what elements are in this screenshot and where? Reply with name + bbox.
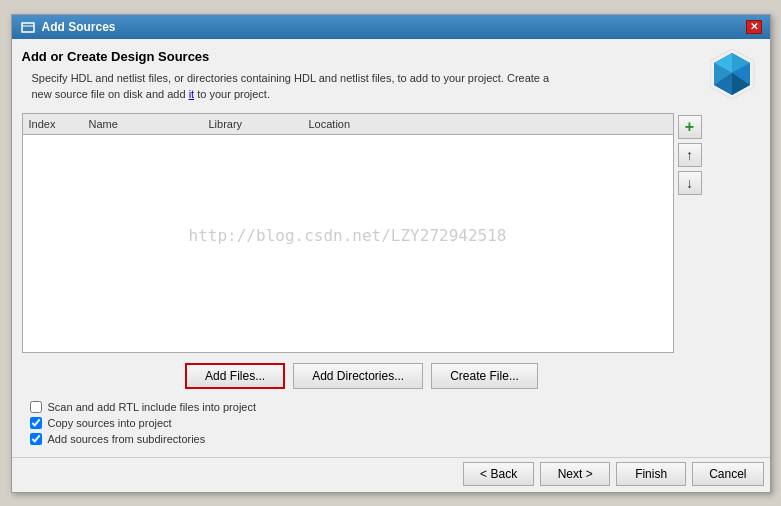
scan-rtl-label: Scan and add RTL include files into proj… [48, 401, 257, 413]
finish-btn[interactable]: Finish [616, 462, 686, 486]
create-file-btn[interactable]: Create File... [431, 363, 538, 389]
close-button[interactable]: ✕ [746, 20, 762, 34]
col-library: Library [209, 118, 309, 130]
add-subdirs-label: Add sources from subdirectories [48, 433, 206, 445]
col-location: Location [309, 118, 667, 130]
description-text1: Specify HDL and netlist files, or direct… [32, 72, 550, 84]
section-title: Add or Create Design Sources [22, 49, 702, 64]
side-buttons: + ↑ ↓ [678, 113, 702, 353]
col-index: Index [29, 118, 89, 130]
action-buttons: Add Files... Add Directories... Create F… [22, 363, 702, 389]
watermark: http://blog.csdn.net/LZY272942518 [189, 225, 507, 244]
nav-buttons: < Back Next > Finish Cancel [12, 457, 770, 492]
add-subdirs-check[interactable] [30, 433, 42, 445]
xilinx-logo [710, 49, 755, 99]
add-source-btn[interactable]: + [678, 115, 702, 139]
table-body: http://blog.csdn.net/LZY272942518 [23, 135, 673, 335]
back-btn[interactable]: < Back [463, 462, 534, 486]
title-bar-left: Add Sources [20, 19, 116, 35]
copy-sources-label: Copy sources into project [48, 417, 172, 429]
window-icon [20, 19, 36, 35]
scan-rtl-check[interactable] [30, 401, 42, 413]
window-title: Add Sources [42, 20, 116, 34]
move-down-btn[interactable]: ↓ [678, 171, 702, 195]
logo-area [710, 49, 760, 457]
description-text3: to your project. [194, 88, 270, 100]
next-btn[interactable]: Next > [540, 462, 610, 486]
table-area: Index Name Library Location http://blog.… [22, 113, 702, 353]
move-up-btn[interactable]: ↑ [678, 143, 702, 167]
copy-sources-row: Copy sources into project [30, 417, 702, 429]
col-name: Name [89, 118, 209, 130]
checkboxes-area: Scan and add RTL include files into proj… [22, 401, 702, 445]
add-files-btn[interactable]: Add Files... [185, 363, 285, 389]
sources-table[interactable]: Index Name Library Location http://blog.… [22, 113, 674, 353]
table-header: Index Name Library Location [23, 114, 673, 135]
description: Specify HDL and netlist files, or direct… [22, 70, 702, 103]
copy-sources-check[interactable] [30, 417, 42, 429]
add-directories-btn[interactable]: Add Directories... [293, 363, 423, 389]
svg-rect-0 [22, 23, 34, 32]
cancel-btn[interactable]: Cancel [692, 462, 763, 486]
add-subdirs-row: Add sources from subdirectories [30, 433, 702, 445]
add-sources-window: Add Sources ✕ Add or Create Design Sourc… [11, 14, 771, 493]
description-text2: new source file on disk and add [32, 88, 189, 100]
scan-rtl-row: Scan and add RTL include files into proj… [30, 401, 702, 413]
title-bar: Add Sources ✕ [12, 15, 770, 39]
